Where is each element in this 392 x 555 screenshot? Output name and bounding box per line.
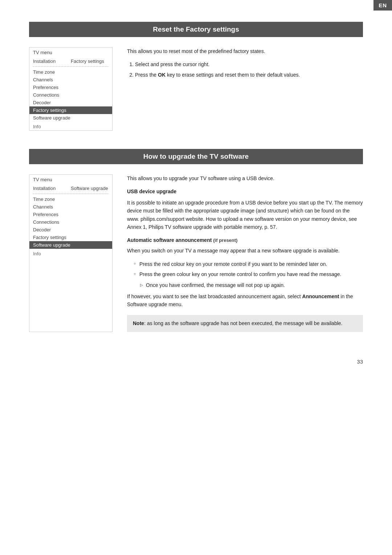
section2-divider bbox=[33, 194, 109, 194]
section1-right: This allows you to reset most of the pre… bbox=[127, 47, 363, 131]
section2-item-factory: Factory settings bbox=[29, 234, 112, 241]
section2-installation-row: Installation Software upgrade bbox=[29, 185, 112, 192]
section2-menu-panel: TV menu Installation Software upgrade Ti… bbox=[29, 174, 113, 332]
en-badge: EN bbox=[373, 0, 392, 11]
section1-item-info: Info bbox=[29, 122, 112, 130]
section2-item-software: Software upgrade bbox=[29, 241, 112, 249]
section1-step2: Press the OK key to erase settings and r… bbox=[135, 71, 363, 79]
section2-arrow-item-1: Once you have confirmed, the message wil… bbox=[140, 281, 363, 289]
section2-item-connections: Connections bbox=[29, 218, 112, 226]
section1-header: Reset the Factory settings bbox=[29, 22, 363, 37]
section2-item-channels: Channels bbox=[29, 203, 112, 211]
section2-content: TV menu Installation Software upgrade Ti… bbox=[29, 174, 363, 332]
section1-item-factory: Factory settings bbox=[29, 106, 112, 114]
section1-intro: This allows you to reset most of the pre… bbox=[127, 47, 363, 55]
section2-usb-title: USB device upgrade bbox=[127, 187, 363, 195]
section2-intro: This allows you to upgrade your TV softw… bbox=[127, 174, 363, 182]
section1-divider bbox=[33, 66, 109, 67]
section2-note-text: : as long as the software upgrade has no… bbox=[144, 320, 342, 326]
section1-steps: Select and press the cursor right. Press… bbox=[127, 60, 363, 79]
section1-content: TV menu Installation Factory settings Ti… bbox=[29, 47, 363, 131]
section2-auto-title: Automatic software announcement (if pres… bbox=[127, 236, 363, 244]
section1-menu-panel: TV menu Installation Factory settings Ti… bbox=[29, 47, 113, 131]
page-number: 33 bbox=[357, 358, 363, 365]
section2-circle-item-1: Press the red colour key on your remote … bbox=[134, 260, 363, 268]
section2-right: This allows you to upgrade your TV softw… bbox=[127, 174, 363, 332]
section2-item-timezone: Time zone bbox=[29, 195, 112, 203]
section1-step1: Select and press the cursor right. bbox=[135, 60, 363, 68]
section2-menu-title: TV menu bbox=[29, 175, 112, 185]
section2-installation-value: Software upgrade bbox=[71, 186, 109, 191]
section2-auto-subtitle: (if present) bbox=[213, 238, 237, 243]
section2-circle-item-2: Press the green colour key on your remot… bbox=[134, 270, 363, 278]
section1-installation-row: Installation Factory settings bbox=[29, 57, 112, 65]
section1-item-connections: Connections bbox=[29, 91, 112, 99]
section1-item-decoder: Decoder bbox=[29, 99, 112, 106]
section1-item-channels: Channels bbox=[29, 76, 112, 84]
section2-installation-label: Installation bbox=[33, 186, 71, 191]
section1-item-preferences: Preferences bbox=[29, 84, 112, 91]
section2-arrow-list: Once you have confirmed, the message wil… bbox=[127, 281, 363, 289]
section2-usb-body: It is possible to initiate an upgrade pr… bbox=[127, 199, 363, 231]
page-container: EN Reset the Factory settings TV menu In… bbox=[0, 0, 392, 379]
section2-auto-intro: When you switch on your TV a message may… bbox=[127, 247, 363, 255]
section1-item-software: Software upgrade bbox=[29, 114, 112, 122]
section1-menu-title: TV menu bbox=[29, 48, 112, 57]
section1-installation-value: Factory settings bbox=[71, 58, 109, 64]
section2-item-decoder: Decoder bbox=[29, 226, 112, 234]
section1-installation-label: Installation bbox=[33, 58, 71, 64]
section2-note: Note: as long as the software upgrade ha… bbox=[127, 315, 363, 332]
section2-item-preferences: Preferences bbox=[29, 211, 112, 218]
section2-arrow-after: If however, you want to see the last bro… bbox=[127, 292, 363, 309]
section2-header: How to upgrade the TV software bbox=[29, 149, 363, 164]
section2-circle-list: Press the red colour key on your remote … bbox=[127, 260, 363, 279]
section1-item-timezone: Time zone bbox=[29, 68, 112, 76]
section2-item-info: Info bbox=[29, 249, 112, 258]
